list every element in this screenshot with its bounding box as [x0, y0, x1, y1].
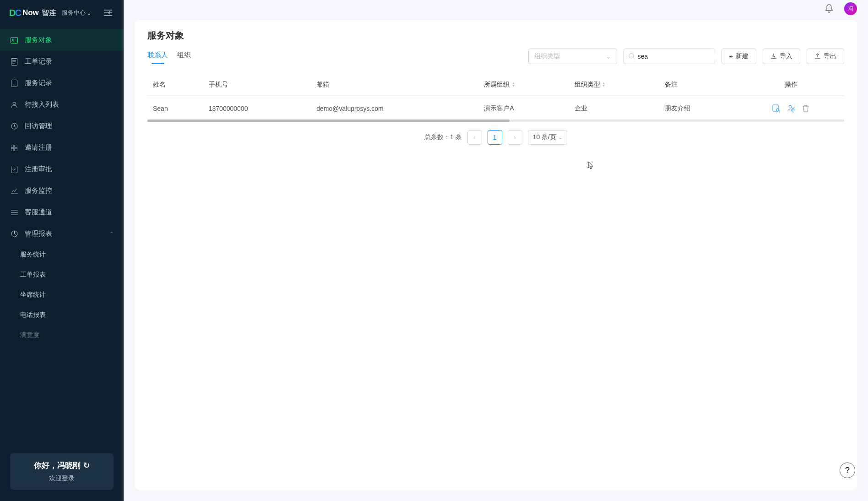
svg-point-15	[789, 105, 792, 108]
export-icon	[814, 53, 821, 60]
export-button[interactable]: 导出	[807, 49, 844, 64]
content: 服务对象 联系人 组织 组织类型 ⌄ +	[135, 20, 857, 490]
check-doc-icon	[10, 165, 18, 174]
svg-rect-6	[11, 145, 14, 147]
chevron-down-icon: ⌄	[606, 53, 611, 60]
col-org-type[interactable]: 组织类型▲▼	[569, 74, 659, 96]
refresh-icon[interactable]: ↻	[83, 461, 90, 470]
nav-label: 服务监控	[25, 186, 52, 195]
cell-phone: 13700000000	[203, 96, 311, 122]
logo: D C Now 智连	[9, 8, 56, 18]
tab-contacts[interactable]: 联系人	[147, 48, 168, 64]
nav-reports[interactable]: 管理报表 ⌃	[0, 223, 124, 245]
nav-service-record[interactable]: 服务记录	[0, 72, 124, 94]
nav-label: 工单记录	[25, 57, 52, 66]
pie-icon	[10, 230, 18, 238]
avatar[interactable]: 冯	[844, 2, 857, 15]
user-edit-icon[interactable]	[787, 104, 796, 113]
total-count: 总条数：1 条	[424, 133, 462, 142]
nav-channel[interactable]: 客服通道	[0, 201, 124, 223]
nav-invite[interactable]: 邀请注册	[0, 137, 124, 158]
cell-email: demo@valuprosys.com	[311, 96, 478, 122]
file-icon	[10, 79, 18, 87]
nav-label: 客服通道	[25, 208, 52, 217]
page-1-button[interactable]: 1	[488, 130, 502, 145]
collapse-sidebar-button[interactable]	[102, 6, 114, 19]
nav-agent-stats[interactable]: 坐席统计	[20, 285, 124, 305]
plus-icon: +	[729, 53, 733, 60]
next-page-button[interactable]: ›	[508, 130, 522, 145]
svg-rect-7	[15, 145, 17, 147]
nav-label: 邀请注册	[25, 143, 52, 152]
id-card-icon	[10, 36, 18, 44]
table-header-row: 姓名 手机号 邮箱 所属组织▲▼ 组织类型▲▼ 备注 操作	[147, 74, 844, 96]
cell-org-type: 企业	[569, 96, 659, 122]
svg-point-12	[629, 54, 634, 58]
import-icon	[770, 53, 777, 60]
document-icon	[10, 58, 18, 66]
new-button[interactable]: + 新建	[722, 49, 756, 64]
search-input[interactable]	[638, 53, 718, 60]
logo-cn: 智连	[42, 8, 56, 18]
nav-label: 服务记录	[25, 79, 52, 87]
nav-pending-list[interactable]: 待接入列表	[0, 94, 124, 115]
user-card: 你好，冯晓刚 ↻ 欢迎登录	[10, 453, 114, 490]
delete-icon[interactable]	[801, 104, 810, 113]
nav-label: 注册审批	[25, 165, 52, 174]
nav-label: 管理报表	[25, 229, 52, 238]
col-remark: 备注	[659, 74, 738, 96]
user-greeting: 你好，冯晓刚 ↻	[18, 460, 105, 471]
select-placeholder: 组织类型	[534, 52, 560, 60]
page-title: 服务对象	[147, 29, 844, 42]
page-size-select[interactable]: 10 条/页 ⌄	[528, 130, 567, 145]
nav-service-object[interactable]: 服务对象	[0, 29, 124, 51]
view-icon[interactable]	[772, 104, 781, 113]
svg-point-1	[12, 38, 14, 40]
import-button[interactable]: 导入	[763, 49, 800, 64]
col-email: 邮箱	[311, 74, 478, 96]
chevron-up-icon: ⌃	[109, 231, 114, 237]
nav-label: 电话报表	[20, 311, 46, 319]
col-org[interactable]: 所属组织▲▼	[478, 74, 569, 96]
sort-icon: ▲▼	[602, 82, 606, 87]
svg-point-4	[13, 102, 16, 105]
clock-icon	[10, 122, 18, 131]
chevron-down-icon: ⌄	[558, 135, 562, 141]
nav-satisfaction[interactable]: 满意度	[20, 325, 124, 345]
svg-rect-10	[11, 166, 17, 173]
search-box[interactable]	[624, 49, 715, 64]
svg-rect-0	[11, 37, 18, 43]
tab-organization[interactable]: 组织	[177, 48, 191, 64]
sidebar: D C Now 智连 服务中心 ⌄ 服务对象 工单记录	[0, 0, 124, 501]
nav-approval[interactable]: 注册审批	[0, 158, 124, 180]
nav-phone-report[interactable]: 电话报表	[20, 305, 124, 325]
col-name: 姓名	[147, 74, 203, 96]
service-center-dropdown[interactable]: 服务中心 ⌄	[62, 9, 92, 17]
nav-service-stats[interactable]: 服务统计	[20, 245, 124, 265]
table-row: Sean 13700000000 demo@valuprosys.com 演示客…	[147, 96, 844, 122]
nav-label: 服务统计	[20, 250, 46, 259]
col-actions: 操作	[738, 74, 844, 96]
horizontal-scrollbar[interactable]	[147, 120, 844, 122]
notifications-button[interactable]	[822, 2, 836, 16]
tabs-row: 联系人 组织 组织类型 ⌄ + 新建	[147, 48, 844, 64]
help-button[interactable]: ?	[840, 463, 855, 478]
cell-org: 演示客户A	[478, 96, 569, 122]
cell-name: Sean	[147, 96, 203, 122]
svg-rect-3	[11, 80, 17, 87]
row-actions	[743, 104, 839, 113]
grid-icon	[10, 144, 18, 152]
chart-icon	[10, 187, 18, 195]
nav-reports-submenu: 服务统计 工单报表 坐席统计 电话报表 满意度	[0, 245, 124, 345]
nav-ticket-record[interactable]: 工单记录	[0, 51, 124, 72]
nav-label: 工单报表	[20, 271, 46, 279]
nav-callback[interactable]: 回访管理	[0, 115, 124, 137]
org-type-select[interactable]: 组织类型 ⌄	[528, 49, 617, 64]
user-welcome: 欢迎登录	[18, 474, 105, 483]
nav-label: 服务对象	[25, 36, 52, 44]
nav-label: 坐席统计	[20, 291, 46, 299]
svg-rect-13	[773, 105, 778, 111]
prev-page-button[interactable]: ‹	[467, 130, 482, 145]
nav-monitor[interactable]: 服务监控	[0, 180, 124, 201]
nav-ticket-report[interactable]: 工单报表	[20, 265, 124, 285]
